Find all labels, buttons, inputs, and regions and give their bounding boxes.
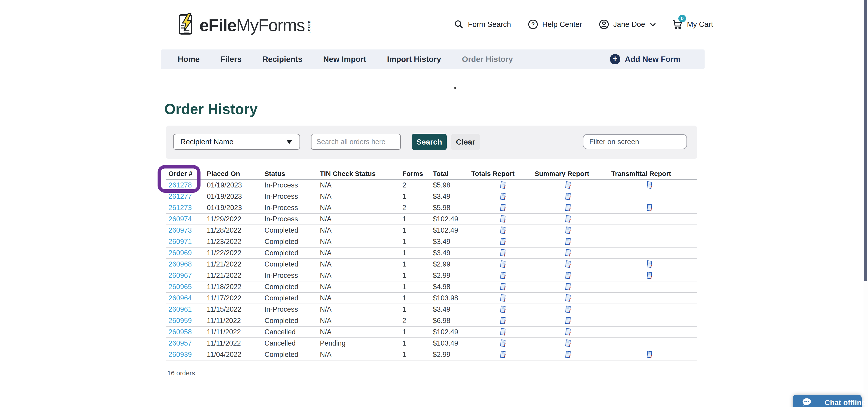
totals-report-icon[interactable] bbox=[499, 339, 506, 348]
transmittal-report-icon[interactable] bbox=[646, 260, 653, 269]
summary-report-icon[interactable] bbox=[564, 215, 572, 224]
placed-on-cell: 11/18/2022 bbox=[207, 283, 265, 291]
plus-icon: + bbox=[610, 54, 620, 64]
filter-on-screen-input[interactable] bbox=[583, 134, 687, 149]
dropdown-caret-icon bbox=[286, 140, 292, 144]
summary-report-icon[interactable] bbox=[564, 237, 572, 246]
transmittal-report-icon[interactable] bbox=[646, 203, 653, 212]
summary-report-icon[interactable] bbox=[564, 339, 572, 348]
totals-report-icon[interactable] bbox=[499, 249, 506, 257]
clear-button[interactable]: Clear bbox=[451, 134, 480, 150]
totals-report-icon[interactable] bbox=[499, 316, 506, 325]
tin-check-status-cell: N/A bbox=[320, 328, 402, 336]
placed-on-cell: 11/15/2022 bbox=[207, 305, 265, 313]
tin-check-status-cell: N/A bbox=[320, 317, 402, 325]
summary-report-icon[interactable] bbox=[564, 226, 572, 235]
search-button[interactable]: Search bbox=[412, 134, 447, 150]
total-cell: $5.98 bbox=[433, 204, 471, 212]
nav-item-import-history[interactable]: Import History bbox=[387, 55, 441, 64]
summary-report-icon[interactable] bbox=[564, 282, 572, 291]
totals-report-icon[interactable] bbox=[499, 294, 506, 302]
summary-report-icon[interactable] bbox=[564, 316, 572, 325]
forms-cell: 1 bbox=[402, 215, 433, 223]
table-row: 260974 11/29/2022 In-Process N/A 1 $102.… bbox=[166, 214, 698, 225]
order-number-link[interactable]: 260969 bbox=[168, 249, 192, 257]
totals-report-icon[interactable] bbox=[499, 328, 506, 336]
totals-report-icon[interactable] bbox=[499, 271, 506, 280]
order-number-link[interactable]: 261277 bbox=[168, 193, 192, 200]
nav-item-home[interactable]: Home bbox=[178, 55, 199, 64]
placed-on-cell: 01/19/2023 bbox=[207, 193, 265, 201]
totals-report-icon[interactable] bbox=[499, 305, 506, 314]
form-search-button[interactable]: Form Search bbox=[454, 20, 511, 29]
summary-report-icon[interactable] bbox=[564, 294, 572, 302]
orders-count: 16 orders bbox=[167, 370, 195, 377]
order-number-link[interactable]: 260968 bbox=[168, 260, 192, 268]
summary-report-icon[interactable] bbox=[564, 192, 572, 201]
summary-report-icon[interactable] bbox=[564, 260, 572, 269]
summary-report-icon[interactable] bbox=[564, 181, 572, 190]
my-cart-button[interactable]: 0 My Cart bbox=[672, 19, 713, 30]
order-number-link[interactable]: 260973 bbox=[168, 226, 192, 234]
tin-check-status-cell: N/A bbox=[320, 249, 402, 257]
totals-report-icon[interactable] bbox=[499, 350, 506, 359]
totals-report-icon[interactable] bbox=[499, 226, 506, 235]
order-number-link[interactable]: 260961 bbox=[168, 305, 192, 313]
order-number-link[interactable]: 260957 bbox=[168, 339, 192, 347]
order-number-link[interactable]: 260959 bbox=[168, 317, 192, 325]
add-new-form-button[interactable]: + Add New Form bbox=[610, 54, 681, 64]
order-number-link[interactable]: 260939 bbox=[168, 350, 192, 359]
summary-report-icon[interactable] bbox=[564, 328, 572, 336]
table-row: 260959 11/11/2022 Completed N/A 2 $6.98 bbox=[166, 315, 698, 327]
order-number-link[interactable]: 260974 bbox=[168, 215, 192, 223]
forms-cell: 2 bbox=[402, 317, 433, 325]
user-menu[interactable]: Jane Doe bbox=[599, 19, 655, 30]
transmittal-report-icon[interactable] bbox=[646, 181, 653, 190]
order-number-link[interactable]: 260965 bbox=[168, 283, 192, 291]
forms-cell: 1 bbox=[402, 271, 433, 280]
scrollbar-thumb[interactable] bbox=[864, 0, 867, 281]
total-cell: $2.99 bbox=[433, 350, 471, 359]
totals-report-icon[interactable] bbox=[499, 181, 506, 190]
order-number-link[interactable]: 261273 bbox=[168, 204, 192, 212]
totals-report-icon[interactable] bbox=[499, 192, 506, 201]
totals-report-icon[interactable] bbox=[499, 203, 506, 212]
summary-report-icon[interactable] bbox=[564, 249, 572, 257]
summary-report-icon[interactable] bbox=[564, 271, 572, 280]
search-input[interactable] bbox=[311, 134, 401, 150]
help-center-button[interactable]: ? Help Center bbox=[528, 19, 582, 30]
order-number-link[interactable]: 260958 bbox=[168, 328, 192, 336]
transmittal-report-icon[interactable] bbox=[646, 350, 653, 359]
totals-report-icon[interactable] bbox=[499, 282, 506, 291]
efilemyforms-logo[interactable]: eFileMyForms .com bbox=[178, 13, 311, 36]
chat-bubble-icon bbox=[802, 398, 811, 407]
col-header-tin-check: TIN Check Status bbox=[320, 170, 402, 177]
totals-report-icon[interactable] bbox=[499, 215, 506, 224]
summary-report-icon[interactable] bbox=[564, 203, 572, 212]
total-cell: $102.49 bbox=[433, 215, 471, 223]
user-icon bbox=[599, 19, 609, 30]
nav-item-new-import[interactable]: New Import bbox=[323, 55, 366, 64]
totals-report-icon[interactable] bbox=[499, 260, 506, 269]
order-history-table: Order # Placed On Status TIN Check Statu… bbox=[166, 168, 698, 361]
transmittal-report-icon[interactable] bbox=[646, 271, 653, 280]
order-number-link[interactable]: 261278 bbox=[168, 181, 192, 189]
nav-item-filers[interactable]: Filers bbox=[220, 55, 241, 64]
scrollbar-track[interactable] bbox=[863, 0, 868, 407]
nav-item-recipients[interactable]: Recipients bbox=[262, 55, 303, 64]
order-number-link[interactable]: 260967 bbox=[168, 271, 192, 279]
summary-report-icon[interactable] bbox=[564, 305, 572, 314]
nav-item-order-history[interactable]: Order History bbox=[462, 55, 513, 64]
search-field-dropdown[interactable]: Recipient Name bbox=[173, 134, 300, 150]
totals-report-icon[interactable] bbox=[499, 237, 506, 246]
col-header-status: Status bbox=[265, 170, 320, 177]
total-cell: $3.49 bbox=[433, 305, 471, 313]
summary-report-icon[interactable] bbox=[564, 350, 572, 359]
chat-offline-button[interactable]: Chat offline bbox=[793, 395, 862, 407]
order-number-link[interactable]: 260971 bbox=[168, 238, 192, 245]
table-row: 260957 11/11/2022 Cancelled Pending 1 $1… bbox=[166, 338, 698, 349]
table-row: 260968 11/21/2022 Completed N/A 1 $2.99 bbox=[166, 259, 698, 270]
forms-cell: 1 bbox=[402, 226, 433, 234]
order-number-link[interactable]: 260964 bbox=[168, 294, 192, 302]
chat-offline-label: Chat offline bbox=[825, 399, 866, 407]
